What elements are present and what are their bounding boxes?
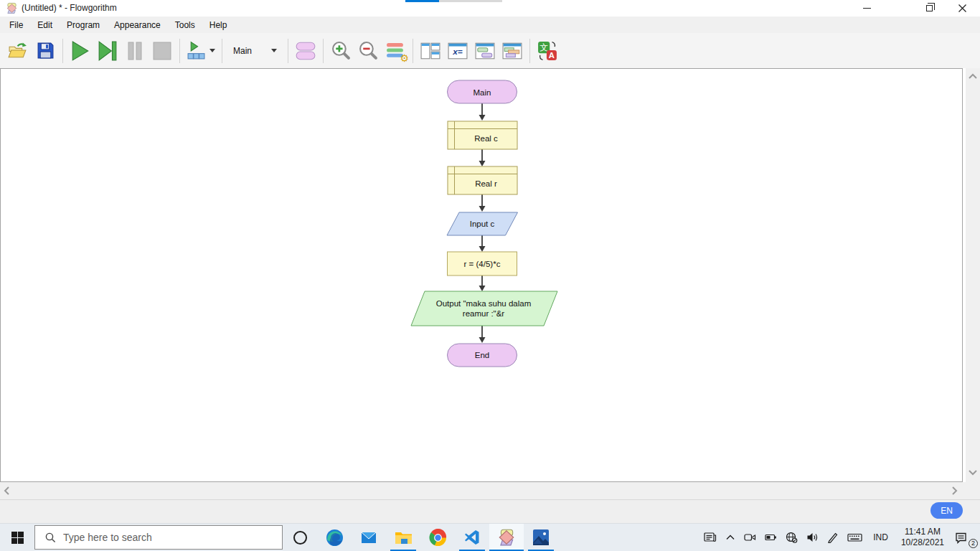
battery-icon	[765, 532, 777, 543]
pause-button[interactable]	[121, 37, 149, 65]
search-input[interactable]	[63, 532, 242, 543]
touch-keyboard-button[interactable]	[844, 524, 866, 551]
node-declare-r[interactable]: Real r	[448, 166, 517, 194]
close-button[interactable]	[946, 0, 979, 17]
chrome-icon	[429, 529, 447, 547]
system-tray: IND 11:41 AM 10/28/2021 2	[700, 524, 980, 551]
search-icon	[45, 532, 56, 543]
flowchart-canvas[interactable]: Main Real c Real r Input c	[0, 68, 963, 482]
background-window-strip-gray	[439, 0, 502, 2]
taskbar-app-mail[interactable]	[352, 524, 386, 551]
menu-file[interactable]: File	[2, 18, 30, 32]
translate-button[interactable]: 文 A	[534, 37, 561, 65]
taskbar-app-flowgorithm[interactable]	[489, 524, 524, 551]
node-output[interactable]: Output "maka suhu dalam reamur :"&r	[411, 291, 557, 326]
variable-watch-button[interactable]: x=	[444, 37, 471, 65]
scroll-right-icon[interactable]	[951, 486, 958, 496]
taskbar-search[interactable]	[34, 525, 283, 550]
layout-all-button[interactable]	[499, 37, 526, 65]
vscode-icon	[463, 529, 481, 546]
window-title: (Untitled) * - Flowgorithm	[22, 3, 117, 13]
toolbar-separator	[288, 39, 288, 63]
restore-icon	[926, 5, 933, 11]
toolbar-separator	[62, 39, 63, 63]
network-button[interactable]	[782, 524, 801, 551]
svg-text:End: End	[475, 351, 489, 359]
pause-icon	[126, 42, 143, 60]
scroll-down-icon[interactable]	[968, 469, 978, 476]
cortana-button[interactable]	[283, 524, 317, 551]
volume-button[interactable]	[803, 524, 822, 551]
cortana-icon	[293, 531, 307, 545]
flowgorithm-app-icon	[6, 2, 18, 14]
menu-program[interactable]: Program	[60, 18, 107, 32]
menu-edit[interactable]: Edit	[30, 18, 60, 32]
battery-button[interactable]	[761, 524, 781, 551]
console-window-button[interactable]	[471, 37, 499, 65]
menu-tools[interactable]: Tools	[168, 18, 202, 32]
run-button[interactable]	[67, 37, 94, 65]
taskbar-clock[interactable]: 11:41 AM 10/28/2021	[895, 524, 950, 551]
stop-icon	[153, 42, 171, 60]
clock-date: 10/28/2021	[901, 537, 944, 548]
news-icon	[704, 532, 717, 543]
console-window-icon	[475, 42, 495, 60]
svg-text:reamur :"&r: reamur :"&r	[463, 309, 505, 318]
minimize-icon	[863, 8, 871, 9]
node-input-c[interactable]: Input c	[447, 212, 518, 235]
translate-icon: 文 A	[537, 41, 557, 61]
meet-now-button[interactable]	[740, 524, 760, 551]
flowgorithm-icon	[497, 528, 516, 547]
node-assign-r[interactable]: r = (4/5)*c	[448, 252, 517, 276]
taskbar-app-chrome[interactable]	[420, 524, 455, 551]
minimize-button[interactable]	[850, 0, 883, 17]
menu-appearance[interactable]: Appearance	[107, 18, 168, 32]
action-center-button[interactable]: 2	[951, 524, 977, 551]
svg-text:x=: x=	[452, 47, 463, 57]
save-button[interactable]	[32, 37, 59, 65]
svg-text:r = (4/5)*c: r = (4/5)*c	[464, 260, 501, 268]
toolbar-separator	[529, 39, 530, 63]
layout-windows-button[interactable]	[417, 37, 444, 65]
taskbar-app-explorer[interactable]	[386, 524, 420, 551]
toolbar: Main	[0, 33, 980, 68]
meet-now-icon	[744, 532, 756, 543]
close-icon	[958, 4, 966, 12]
start-button[interactable]	[0, 524, 34, 551]
scroll-left-icon[interactable]	[3, 486, 10, 496]
show-hidden-icons-button[interactable]	[722, 524, 739, 551]
menu-help[interactable]: Help	[202, 18, 235, 32]
zoom-out-button[interactable]	[354, 37, 382, 65]
node-declare-c[interactable]: Real c	[448, 121, 517, 149]
open-button[interactable]	[4, 37, 32, 65]
window-status-strip	[0, 499, 980, 523]
node-terminal-main[interactable]: Main	[448, 80, 517, 103]
step-button[interactable]	[94, 37, 121, 65]
chevron-up-icon	[725, 533, 735, 542]
node-terminal-end[interactable]: End	[448, 344, 517, 367]
shape-style-button[interactable]	[292, 37, 319, 65]
news-and-interests-button[interactable]	[700, 524, 720, 551]
zoom-in-button[interactable]	[327, 37, 354, 65]
horizontal-scrollbar[interactable]	[0, 482, 963, 499]
input-language-indicator[interactable]: IND	[867, 524, 894, 551]
zoom-out-icon	[359, 41, 378, 60]
pen-icon	[827, 532, 839, 543]
taskbar-app-photos[interactable]	[524, 524, 558, 551]
restore-button[interactable]	[913, 0, 946, 17]
windows-ink-button[interactable]	[824, 524, 842, 551]
notification-count-badge: 2	[969, 539, 978, 548]
title-bar: (Untitled) * - Flowgorithm	[0, 0, 980, 17]
function-selector[interactable]: Main	[226, 37, 284, 65]
scroll-up-icon[interactable]	[968, 72, 978, 80]
taskbar-app-vscode[interactable]	[455, 524, 489, 551]
taskbar-app-edge[interactable]	[317, 524, 352, 551]
function-selector-value: Main	[233, 46, 252, 56]
language-overlay-badge[interactable]: EN	[930, 502, 963, 519]
chart-style-button[interactable]: ⚙	[382, 37, 409, 65]
run-options-button[interactable]	[184, 37, 218, 65]
stop-button[interactable]	[149, 37, 176, 65]
scrollbar-corner	[963, 482, 980, 499]
vertical-scrollbar[interactable]	[966, 68, 980, 482]
gear-icon: ⚙	[400, 53, 409, 63]
